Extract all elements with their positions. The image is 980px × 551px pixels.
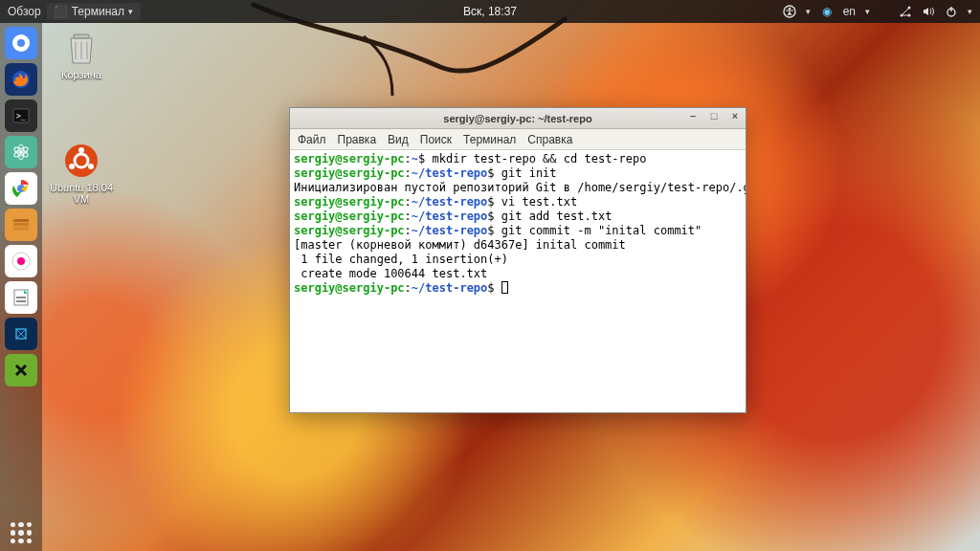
trash-icon bbox=[62, 29, 100, 67]
cmd-mkdir: mkdir test-repo && cd test-repo bbox=[425, 152, 646, 165]
dock-app-atom[interactable] bbox=[5, 136, 37, 168]
svg-rect-20 bbox=[13, 227, 29, 231]
terminal-menubar: Файл Правка Вид Поиск Терминал Справка bbox=[290, 129, 746, 150]
desktop-trash[interactable]: Корзина bbox=[48, 29, 115, 80]
prompt-path: ~ bbox=[412, 152, 418, 165]
cmd-git-commit: git commit -m "inital commit" bbox=[495, 224, 702, 237]
chevron-down-icon: ▾ bbox=[806, 7, 811, 16]
terminal-cursor bbox=[501, 281, 508, 294]
clock[interactable]: Вск, 18:37 bbox=[463, 5, 517, 18]
window-minimize-button[interactable]: – bbox=[686, 110, 700, 121]
chevron-down-icon: ▾ bbox=[128, 7, 133, 16]
svg-rect-19 bbox=[13, 223, 29, 226]
dock: >_ bbox=[0, 23, 42, 551]
show-apps-button[interactable] bbox=[0, 522, 42, 543]
appmenu-label: Терминал bbox=[72, 5, 124, 18]
svg-point-8 bbox=[17, 39, 25, 47]
desktop-ubuntu-vm-label: Ubuntu 18.04 VM bbox=[48, 182, 115, 205]
gnome-topbar: Обзор ⬛ Терминал ▾ Вск, 18:37 ▾ ◉ en ▾ ▾ bbox=[0, 0, 980, 23]
ubuntu-icon bbox=[62, 142, 100, 180]
svg-point-1 bbox=[788, 8, 791, 11]
lang-indicator-icon[interactable]: ◉ bbox=[820, 5, 834, 18]
dock-app-chromium[interactable] bbox=[5, 27, 37, 59]
svg-point-32 bbox=[69, 164, 75, 169]
desktop-trash-label: Корзина bbox=[48, 69, 115, 80]
cmd-git-add: git add test.txt bbox=[495, 209, 612, 223]
menu-help[interactable]: Справка bbox=[527, 133, 572, 146]
chevron-down-icon: ▾ bbox=[865, 7, 870, 16]
terminal-icon: ⬛ bbox=[55, 5, 68, 18]
window-maximize-button[interactable]: □ bbox=[707, 110, 721, 121]
power-icon[interactable] bbox=[945, 5, 958, 18]
dock-app-files[interactable] bbox=[5, 209, 37, 241]
network-icon[interactable] bbox=[899, 5, 912, 18]
menu-edit[interactable]: Правка bbox=[338, 133, 377, 146]
lang-indicator-label[interactable]: en bbox=[843, 5, 856, 18]
output-commit-3: create mode 100644 test.txt bbox=[294, 267, 487, 280]
prompt-user: sergiy@sergiy-pc bbox=[294, 152, 405, 165]
menu-terminal[interactable]: Терминал bbox=[463, 133, 516, 146]
svg-rect-28 bbox=[74, 34, 89, 38]
svg-rect-18 bbox=[13, 219, 29, 222]
menu-file[interactable]: Файл bbox=[298, 133, 326, 146]
svg-text:>_: >_ bbox=[16, 112, 26, 121]
dock-app-software[interactable] bbox=[5, 245, 37, 277]
cmd-vi: vi test.txt bbox=[495, 195, 578, 209]
dock-app-firefox[interactable] bbox=[5, 63, 37, 96]
window-close-button[interactable]: × bbox=[728, 110, 742, 121]
window-titlebar[interactable]: sergiy@sergiy-pc: ~/test-repo – □ × bbox=[290, 108, 746, 129]
accessibility-icon[interactable] bbox=[783, 5, 796, 18]
svg-rect-25 bbox=[16, 300, 26, 302]
appmenu-terminal[interactable]: ⬛ Терминал ▾ bbox=[47, 3, 141, 20]
svg-point-31 bbox=[78, 147, 84, 153]
dock-app-terminal[interactable]: >_ bbox=[5, 99, 37, 132]
cmd-git-init: git init bbox=[495, 166, 557, 180]
menu-search[interactable]: Поиск bbox=[420, 133, 452, 146]
svg-point-22 bbox=[17, 257, 25, 265]
volume-icon[interactable] bbox=[922, 5, 935, 18]
window-title: sergiy@sergiy-pc: ~/test-repo bbox=[443, 113, 591, 124]
svg-rect-6 bbox=[950, 7, 951, 11]
menu-view[interactable]: Вид bbox=[388, 133, 409, 146]
dock-app-chrome[interactable] bbox=[5, 172, 37, 205]
activities-button[interactable]: Обзор bbox=[8, 5, 41, 18]
terminal-window: sergiy@sergiy-pc: ~/test-repo – □ × Файл… bbox=[289, 107, 746, 413]
output-commit-2: 1 file changed, 1 insertion(+) bbox=[294, 253, 508, 266]
desktop-ubuntu-vm[interactable]: Ubuntu 18.04 VM bbox=[48, 142, 115, 205]
terminal-body[interactable]: sergiy@sergiy-pc:~$ mkdir test-repo && c… bbox=[290, 150, 746, 412]
svg-point-33 bbox=[88, 164, 94, 169]
chevron-down-icon: ▾ bbox=[968, 7, 972, 16]
dock-app-virtualbox[interactable] bbox=[5, 318, 37, 350]
svg-rect-24 bbox=[16, 297, 26, 298]
dock-app-xterm[interactable] bbox=[5, 354, 37, 386]
output-commit-1: [master (корневой коммит) d64367e] inita… bbox=[294, 238, 626, 252]
svg-point-12 bbox=[19, 150, 23, 154]
dock-app-libreoffice[interactable] bbox=[5, 281, 37, 314]
output-git-init: Инициализирован пустой репозиторий Git в… bbox=[294, 181, 746, 194]
